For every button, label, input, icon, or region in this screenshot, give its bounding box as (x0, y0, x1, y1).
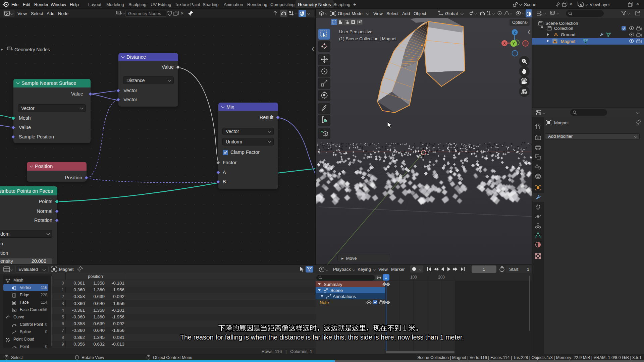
svg-text:X: X (503, 41, 505, 45)
svg-text:Y: Y (513, 42, 515, 46)
svg-text:Z: Z (514, 30, 516, 34)
